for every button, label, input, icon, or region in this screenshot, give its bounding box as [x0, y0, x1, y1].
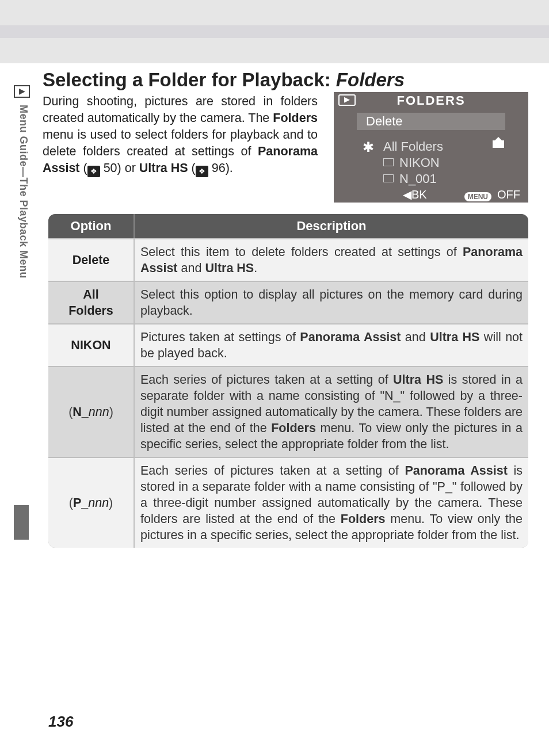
opt-n-nnn: (N_nnn) — [48, 366, 135, 457]
heading-plain: Selecting a Folder for Playback: — [43, 69, 336, 90]
table-header-row: Option Description — [48, 214, 528, 238]
page-number: 136 — [48, 713, 73, 731]
folder-icon — [383, 174, 394, 182]
lcd-row-delete: Delete — [357, 113, 505, 130]
select-icon — [493, 140, 504, 150]
sidebar-label: Menu Guide—The Playback Menu — [17, 105, 29, 278]
desc-all-folders: Select this option to display all pictur… — [135, 281, 528, 323]
lcd-row-all: All Folders — [383, 139, 443, 154]
table-row: NIKON Pictures taken at settings of Pano… — [48, 323, 528, 366]
side-accent — [14, 505, 29, 540]
desc-p-nnn: Each series of pictures taken at a setti… — [135, 457, 528, 548]
lcd-off: OFF — [497, 188, 520, 201]
th-description: Description — [135, 214, 528, 238]
intro-paragraph: During shooting, pictures are stored in … — [43, 93, 318, 177]
opt-p-nnn: (P_nnn) — [48, 457, 135, 548]
lcd-title: FOLDERS — [334, 93, 528, 108]
lcd-row-nikon-text: NIKON — [399, 155, 440, 170]
opt-all-folders: AllFolders — [48, 281, 135, 323]
table-row: (N_nnn) Each series of pictures taken at… — [48, 366, 528, 457]
lcd-menu-badge: MENU — [464, 192, 491, 201]
desc-n-nnn: Each series of pictures taken at a setti… — [135, 366, 528, 457]
table-row: (P_nnn) Each series of pictures taken at… — [48, 457, 528, 548]
table-row: AllFolders Select this option to display… — [48, 281, 528, 323]
folder-icon — [383, 158, 394, 166]
top-band — [0, 0, 549, 63]
table-row: Delete Select this item to delete folder… — [48, 238, 528, 281]
heading-ital: Folders — [336, 69, 405, 90]
desc-nikon: Pictures taken at settings of Panorama A… — [135, 323, 528, 366]
lcd-row-n001-text: N_001 — [399, 171, 437, 186]
section-heading: Selecting a Folder for Playback: Folders — [43, 69, 405, 91]
lcd-row-n001: N_001 — [383, 171, 437, 186]
top-band-inner — [0, 25, 549, 38]
opt-nikon: NIKON — [48, 323, 135, 366]
lcd-screenshot: FOLDERS 🗀🗑 Delete ✱ All Folders NIKON N_… — [334, 92, 528, 203]
playback-icon — [14, 85, 30, 98]
lcd-back: ◀BK — [403, 188, 427, 201]
th-option: Option — [48, 214, 135, 238]
desc-delete: Select this item to delete folders creat… — [135, 238, 528, 281]
lcd-row-nikon: NIKON — [383, 155, 440, 170]
opt-delete: Delete — [48, 238, 135, 281]
star-icon: ✱ — [363, 139, 374, 155]
options-table: Option Description Delete Select this it… — [48, 214, 528, 548]
